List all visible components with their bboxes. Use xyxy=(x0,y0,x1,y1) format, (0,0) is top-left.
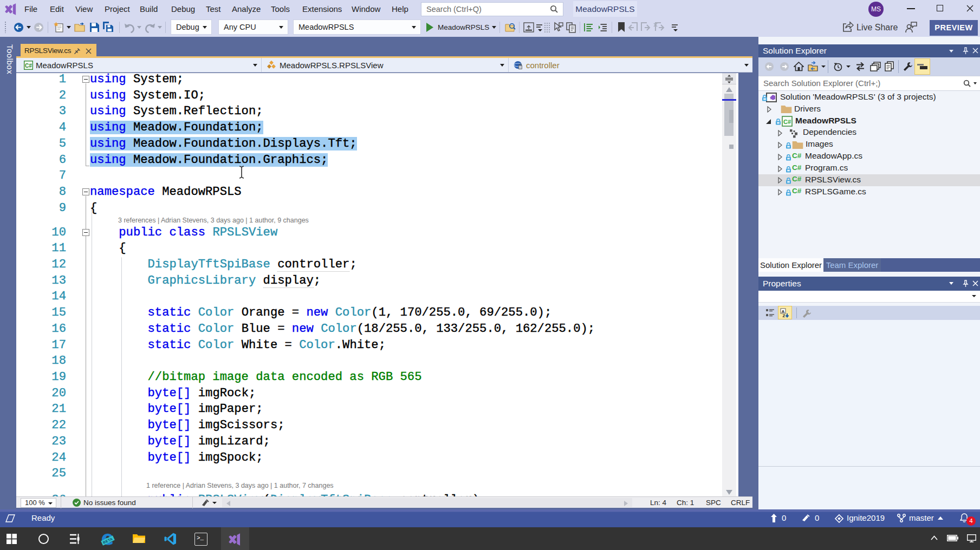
svg-text:C#: C# xyxy=(25,63,32,69)
svg-text:C#: C# xyxy=(783,119,791,125)
svg-text:Z: Z xyxy=(783,313,786,318)
